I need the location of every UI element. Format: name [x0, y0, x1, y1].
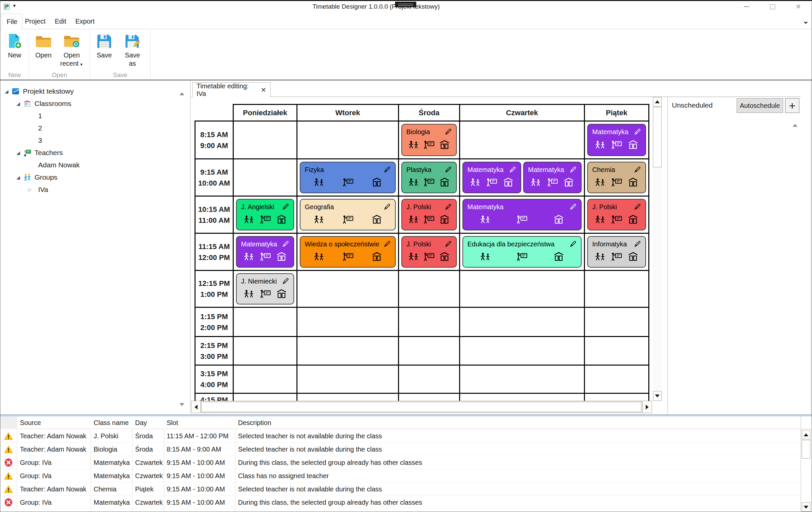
- column-header-slot[interactable]: Slot: [164, 416, 235, 429]
- issues-scroll-down-button[interactable]: [802, 502, 810, 512]
- class-card[interactable]: Edukacja dla bezpieczeństwa: [462, 236, 582, 267]
- timetable-cell[interactable]: [584, 307, 649, 337]
- autoschedule-button[interactable]: Autoschedule: [737, 98, 783, 113]
- ribbon-collapse-chevron-icon[interactable]: ⌄: [800, 15, 812, 27]
- tree-item-classrooms[interactable]: ◢Classrooms: [0, 98, 71, 109]
- maximize-button[interactable]: [765, 2, 780, 11]
- timetable-cell[interactable]: Plastyka: [398, 159, 460, 197]
- severity-column-header[interactable]: [0, 416, 17, 429]
- tree-item-teachers[interactable]: ◢Teachers: [0, 147, 63, 159]
- pencil-icon[interactable]: [633, 166, 641, 174]
- pencil-icon[interactable]: [282, 240, 289, 248]
- tree-item-3[interactable]: 3: [0, 135, 42, 146]
- class-card[interactable]: Matematyka: [462, 162, 521, 193]
- timetable-horizontal-scrollbar[interactable]: [191, 401, 652, 413]
- timetable-cell[interactable]: [233, 393, 297, 401]
- tree-item-2[interactable]: 2: [0, 122, 42, 134]
- timetable-cell[interactable]: [584, 270, 649, 308]
- issue-row[interactable]: Group: IVa Matematyka Czwartek 9:15 AM -…: [0, 456, 801, 469]
- timetable-cell[interactable]: [233, 336, 297, 366]
- timetable-cell[interactable]: [233, 307, 297, 337]
- timetable-cell[interactable]: [459, 120, 585, 160]
- class-card[interactable]: Chemia: [587, 162, 646, 193]
- class-card[interactable]: J. Polski: [401, 199, 457, 230]
- expanded-twisty-icon[interactable]: ◢: [14, 150, 22, 155]
- scroll-down-button[interactable]: [653, 391, 662, 401]
- issue-row[interactable]: Teacher: Adam Nowak Biologia Środa 8:15 …: [0, 443, 801, 456]
- tree-scroll-down-icon[interactable]: [180, 406, 184, 411]
- timetable-cell[interactable]: [233, 120, 297, 160]
- horizontal-scroll-thumb[interactable]: [201, 402, 641, 412]
- scroll-right-button[interactable]: [642, 401, 652, 413]
- timetable-cell[interactable]: [296, 393, 399, 401]
- scroll-up-button[interactable]: [653, 97, 662, 107]
- class-card[interactable]: Matematyka: [587, 124, 646, 156]
- class-card[interactable]: Wiedza o społeczeństwie: [300, 236, 396, 267]
- tree-item-projekt-tekstowy[interactable]: ◢Projekt tekstowy: [0, 86, 74, 97]
- pencil-icon[interactable]: [444, 203, 452, 211]
- pencil-icon[interactable]: [282, 277, 289, 285]
- timetable-cell[interactable]: Informatyka: [584, 233, 649, 271]
- pencil-icon[interactable]: [444, 128, 452, 136]
- save-as-button[interactable]: Saveas: [117, 31, 148, 68]
- issues-scroll-up-button[interactable]: [802, 430, 810, 439]
- timetable-cell[interactable]: Matematyka: [584, 120, 649, 160]
- timetable-cell[interactable]: J. Angielski: [233, 196, 297, 234]
- timetable-cell[interactable]: Chemia: [584, 159, 649, 197]
- class-card[interactable]: Fizyka: [300, 162, 396, 193]
- expanded-twisty-icon[interactable]: ◢: [14, 175, 22, 180]
- tab-timetable-editing[interactable]: Timetable editing: IVa ✕: [192, 82, 270, 97]
- timetable-cell[interactable]: Matematyka: [233, 233, 297, 271]
- column-header-description[interactable]: Description: [235, 416, 434, 429]
- class-card[interactable]: J. Polski: [587, 199, 646, 230]
- timetable-cell[interactable]: [233, 159, 297, 197]
- menu-file[interactable]: File: [2, 13, 22, 30]
- expanded-twisty-icon[interactable]: ◢: [14, 101, 22, 106]
- pencil-icon[interactable]: [444, 240, 452, 248]
- timetable-cell[interactable]: [398, 393, 460, 401]
- pencil-icon[interactable]: [383, 166, 391, 174]
- timetable-cell[interactable]: [398, 336, 460, 366]
- pencil-icon[interactable]: [509, 166, 517, 174]
- timetable-cell[interactable]: [398, 365, 460, 394]
- issues-scroll-thumb[interactable]: [802, 440, 810, 459]
- class-card[interactable]: J. Niemiecki: [236, 273, 294, 305]
- open-recent-button[interactable]: Openrecent▼: [56, 31, 87, 68]
- menu-project[interactable]: Project: [20, 13, 50, 29]
- new-button[interactable]: New: [3, 31, 26, 59]
- timetable-cell[interactable]: J. Polski: [398, 196, 460, 234]
- class-card[interactable]: Biologia: [401, 124, 457, 156]
- class-card[interactable]: J. Angielski: [236, 199, 294, 230]
- timetable-cell[interactable]: [459, 270, 585, 308]
- timetable-cell[interactable]: [459, 393, 585, 401]
- pencil-icon[interactable]: [633, 128, 641, 136]
- timetable-cell[interactable]: [459, 307, 585, 337]
- close-button[interactable]: ✕: [791, 2, 806, 11]
- timetable-cell[interactable]: [296, 365, 399, 394]
- timetable-cell[interactable]: J. Niemiecki: [233, 270, 297, 308]
- timetable-cell[interactable]: MatematykaMatematyka: [459, 159, 585, 197]
- add-class-button[interactable]: +: [785, 98, 800, 113]
- timetable-cell[interactable]: [398, 270, 460, 308]
- timetable-cell[interactable]: Geografia: [296, 196, 399, 234]
- timetable-cell[interactable]: Edukacja dla bezpieczeństwa: [459, 233, 585, 271]
- unscheduled-scroll-up-icon[interactable]: [793, 118, 798, 124]
- timetable-cell[interactable]: [584, 393, 649, 401]
- pencil-icon[interactable]: [569, 166, 577, 174]
- open-button[interactable]: Open: [32, 31, 55, 59]
- column-header-day[interactable]: Day: [132, 416, 164, 429]
- timetable-cell[interactable]: [398, 307, 460, 337]
- timetable-cell[interactable]: [296, 307, 399, 337]
- issue-row[interactable]: Teacher: Adam Nowak J. Polski Środa 11:1…: [0, 429, 801, 443]
- save-button[interactable]: Save: [93, 31, 116, 59]
- issue-row[interactable]: Group: IVa Matematyka Czwartek 9:15 AM -…: [0, 496, 801, 509]
- tab-close-icon[interactable]: ✕: [261, 86, 266, 94]
- class-card[interactable]: Informatyka: [587, 236, 646, 267]
- timetable-cell[interactable]: [459, 365, 585, 394]
- pencil-icon[interactable]: [569, 203, 577, 211]
- timetable-cell[interactable]: Matematyka: [459, 196, 585, 234]
- pencil-icon[interactable]: [383, 240, 391, 248]
- vertical-scroll-thumb[interactable]: [653, 107, 662, 167]
- timetable-cell[interactable]: [459, 336, 585, 366]
- class-card[interactable]: Matematyka: [462, 199, 582, 230]
